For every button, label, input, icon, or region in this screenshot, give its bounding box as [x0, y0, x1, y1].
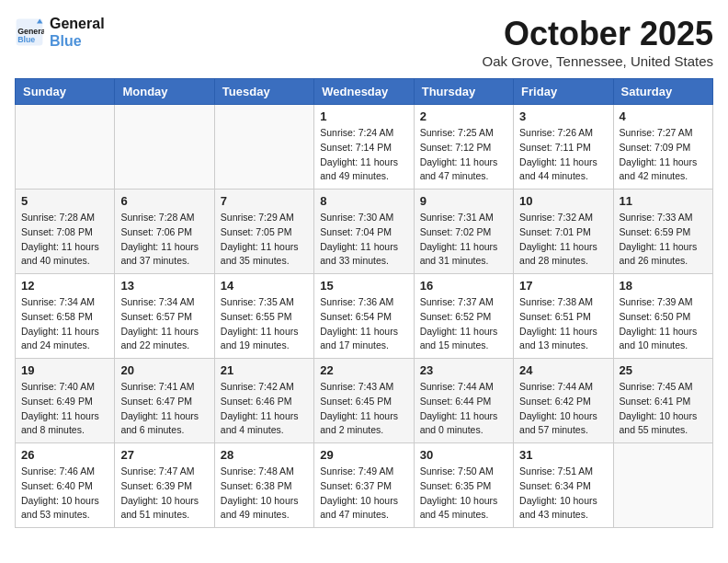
day-info: Sunrise: 7:33 AM Sunset: 6:59 PM Dayligh…	[620, 211, 707, 269]
day-info: Sunrise: 7:26 AM Sunset: 7:11 PM Dayligh…	[519, 126, 607, 184]
calendar-cell: 18Sunrise: 7:39 AM Sunset: 6:50 PM Dayli…	[613, 274, 712, 359]
day-info: Sunrise: 7:30 AM Sunset: 7:04 PM Dayligh…	[320, 211, 407, 269]
day-number: 4	[620, 109, 707, 123]
calendar-cell: 17Sunrise: 7:38 AM Sunset: 6:51 PM Dayli…	[514, 274, 613, 359]
calendar-cell	[613, 443, 712, 528]
day-number: 21	[221, 363, 308, 377]
day-of-week-header: Thursday	[414, 79, 513, 105]
day-info: Sunrise: 7:44 AM Sunset: 6:42 PM Dayligh…	[519, 380, 607, 438]
calendar-cell: 6Sunrise: 7:28 AM Sunset: 7:06 PM Daylig…	[115, 190, 214, 274]
day-info: Sunrise: 7:41 AM Sunset: 6:47 PM Dayligh…	[120, 380, 208, 438]
day-number: 16	[420, 279, 507, 293]
calendar-cell: 2Sunrise: 7:25 AM Sunset: 7:12 PM Daylig…	[414, 105, 513, 190]
calendar-cell: 23Sunrise: 7:44 AM Sunset: 6:44 PM Dayli…	[414, 359, 513, 443]
day-number: 3	[519, 109, 607, 123]
day-number: 5	[21, 194, 108, 208]
calendar-cell	[214, 105, 313, 190]
day-number: 13	[120, 279, 208, 293]
calendar-cell: 30Sunrise: 7:50 AM Sunset: 6:35 PM Dayli…	[414, 443, 513, 528]
location-subtitle: Oak Grove, Tennessee, United States	[482, 53, 713, 69]
svg-text:General: General	[17, 27, 44, 36]
day-number: 30	[420, 448, 507, 462]
calendar-cell: 20Sunrise: 7:41 AM Sunset: 6:47 PM Dayli…	[115, 359, 214, 443]
svg-text:Blue: Blue	[17, 35, 35, 44]
day-info: Sunrise: 7:40 AM Sunset: 6:49 PM Dayligh…	[21, 380, 108, 438]
day-number: 20	[120, 363, 208, 377]
calendar-cell: 27Sunrise: 7:47 AM Sunset: 6:39 PM Dayli…	[115, 443, 214, 528]
day-info: Sunrise: 7:34 AM Sunset: 6:58 PM Dayligh…	[21, 295, 108, 353]
calendar-cell	[16, 105, 115, 190]
calendar-table: SundayMondayTuesdayWednesdayThursdayFrid…	[15, 78, 713, 528]
calendar-cell: 9Sunrise: 7:31 AM Sunset: 7:02 PM Daylig…	[414, 190, 513, 274]
calendar-cell: 26Sunrise: 7:46 AM Sunset: 6:40 PM Dayli…	[16, 443, 115, 528]
day-info: Sunrise: 7:25 AM Sunset: 7:12 PM Dayligh…	[420, 126, 507, 184]
day-number: 9	[420, 194, 507, 208]
day-number: 19	[21, 363, 108, 377]
day-number: 29	[320, 448, 407, 462]
calendar-week-row: 12Sunrise: 7:34 AM Sunset: 6:58 PM Dayli…	[16, 274, 713, 359]
logo-text-general: General	[50, 15, 105, 32]
day-number: 10	[519, 194, 607, 208]
calendar-cell: 15Sunrise: 7:36 AM Sunset: 6:54 PM Dayli…	[314, 274, 414, 359]
day-info: Sunrise: 7:43 AM Sunset: 6:45 PM Dayligh…	[320, 380, 407, 438]
day-info: Sunrise: 7:29 AM Sunset: 7:05 PM Dayligh…	[221, 211, 308, 269]
calendar-cell	[115, 105, 214, 190]
day-info: Sunrise: 7:45 AM Sunset: 6:41 PM Dayligh…	[620, 380, 707, 438]
calendar-cell: 5Sunrise: 7:28 AM Sunset: 7:08 PM Daylig…	[16, 190, 115, 274]
day-info: Sunrise: 7:37 AM Sunset: 6:52 PM Dayligh…	[420, 295, 507, 353]
day-number: 8	[320, 194, 407, 208]
day-of-week-header: Friday	[514, 79, 613, 105]
day-number: 2	[420, 109, 507, 123]
month-title: October 2025	[482, 15, 713, 53]
day-of-week-header: Wednesday	[314, 79, 414, 105]
day-number: 1	[320, 109, 407, 123]
day-info: Sunrise: 7:24 AM Sunset: 7:14 PM Dayligh…	[320, 126, 407, 184]
day-info: Sunrise: 7:44 AM Sunset: 6:44 PM Dayligh…	[420, 380, 507, 438]
day-number: 24	[519, 363, 607, 377]
calendar-cell: 28Sunrise: 7:48 AM Sunset: 6:38 PM Dayli…	[214, 443, 313, 528]
logo-text-blue: Blue	[50, 32, 105, 50]
day-info: Sunrise: 7:47 AM Sunset: 6:39 PM Dayligh…	[120, 465, 208, 523]
day-info: Sunrise: 7:35 AM Sunset: 6:55 PM Dayligh…	[221, 295, 308, 353]
calendar-cell: 24Sunrise: 7:44 AM Sunset: 6:42 PM Dayli…	[514, 359, 613, 443]
day-info: Sunrise: 7:46 AM Sunset: 6:40 PM Dayligh…	[21, 465, 108, 523]
calendar-cell: 21Sunrise: 7:42 AM Sunset: 6:46 PM Dayli…	[214, 359, 313, 443]
page-header: General Blue General Blue October 2025 O…	[15, 15, 713, 69]
day-number: 7	[221, 194, 308, 208]
day-info: Sunrise: 7:36 AM Sunset: 6:54 PM Dayligh…	[320, 295, 407, 353]
calendar-cell: 31Sunrise: 7:51 AM Sunset: 6:34 PM Dayli…	[514, 443, 613, 528]
calendar-cell: 16Sunrise: 7:37 AM Sunset: 6:52 PM Dayli…	[414, 274, 513, 359]
calendar-cell: 10Sunrise: 7:32 AM Sunset: 7:01 PM Dayli…	[514, 190, 613, 274]
day-of-week-header: Monday	[115, 79, 214, 105]
day-info: Sunrise: 7:38 AM Sunset: 6:51 PM Dayligh…	[519, 295, 607, 353]
day-number: 18	[620, 279, 707, 293]
calendar-cell: 11Sunrise: 7:33 AM Sunset: 6:59 PM Dayli…	[613, 190, 712, 274]
day-info: Sunrise: 7:31 AM Sunset: 7:02 PM Dayligh…	[420, 211, 507, 269]
day-number: 17	[519, 279, 607, 293]
day-info: Sunrise: 7:42 AM Sunset: 6:46 PM Dayligh…	[221, 380, 308, 438]
calendar-cell: 3Sunrise: 7:26 AM Sunset: 7:11 PM Daylig…	[514, 105, 613, 190]
calendar-cell: 4Sunrise: 7:27 AM Sunset: 7:09 PM Daylig…	[613, 105, 712, 190]
calendar-week-row: 19Sunrise: 7:40 AM Sunset: 6:49 PM Dayli…	[16, 359, 713, 443]
day-number: 23	[420, 363, 507, 377]
day-number: 14	[221, 279, 308, 293]
logo-icon: General Blue	[15, 17, 44, 47]
day-number: 25	[620, 363, 707, 377]
day-number: 12	[21, 279, 108, 293]
day-number: 27	[120, 448, 208, 462]
day-of-week-header: Tuesday	[214, 79, 313, 105]
day-number: 31	[519, 448, 607, 462]
calendar-cell: 8Sunrise: 7:30 AM Sunset: 7:04 PM Daylig…	[314, 190, 414, 274]
day-number: 6	[120, 194, 208, 208]
day-of-week-header: Saturday	[613, 79, 712, 105]
calendar-header-row: SundayMondayTuesdayWednesdayThursdayFrid…	[16, 79, 713, 105]
day-info: Sunrise: 7:50 AM Sunset: 6:35 PM Dayligh…	[420, 465, 507, 523]
calendar-cell: 1Sunrise: 7:24 AM Sunset: 7:14 PM Daylig…	[314, 105, 414, 190]
calendar-cell: 13Sunrise: 7:34 AM Sunset: 6:57 PM Dayli…	[115, 274, 214, 359]
calendar-week-row: 26Sunrise: 7:46 AM Sunset: 6:40 PM Dayli…	[16, 443, 713, 528]
calendar-cell: 12Sunrise: 7:34 AM Sunset: 6:58 PM Dayli…	[16, 274, 115, 359]
calendar-cell: 7Sunrise: 7:29 AM Sunset: 7:05 PM Daylig…	[214, 190, 313, 274]
day-info: Sunrise: 7:32 AM Sunset: 7:01 PM Dayligh…	[519, 211, 607, 269]
logo: General Blue General Blue	[15, 15, 105, 50]
day-info: Sunrise: 7:28 AM Sunset: 7:08 PM Dayligh…	[21, 211, 108, 269]
